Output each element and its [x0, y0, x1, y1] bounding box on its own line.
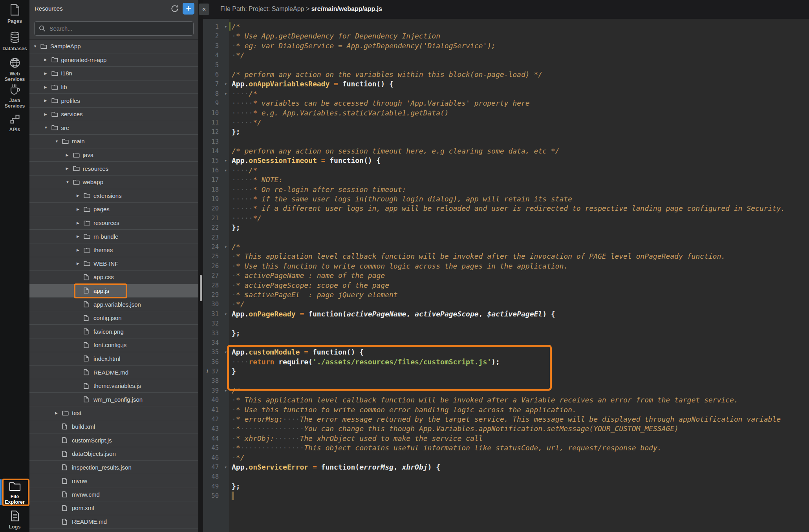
rail-item-file-explorer[interactable]: File Explorer [0, 482, 29, 505]
chevron-collapsed-icon[interactable]: ▶ [44, 112, 51, 116]
gutter-line: 39▾ [203, 386, 229, 395]
chevron-expanded-icon[interactable]: ▼ [33, 44, 40, 48]
fold-arrow-icon[interactable]: ▾ [225, 79, 227, 89]
line-number: 22 [203, 223, 229, 232]
tree-row-extensions[interactable]: ▶extensions [29, 189, 198, 203]
chevron-expanded-icon[interactable]: ▼ [55, 139, 62, 143]
chevron-collapsed-icon[interactable]: ▶ [44, 85, 51, 89]
tree-row-pom.xml[interactable]: pom.xml [29, 501, 198, 515]
tree-row-main[interactable]: ▼main [29, 135, 198, 148]
collapse-panel-icon[interactable]: « [199, 4, 209, 15]
code-line: ·* eg: var DialogService = App.getDepend… [229, 41, 809, 51]
tree-row-rn-bundle[interactable]: ▶rn-bundle [29, 230, 198, 243]
line-number: 30 [203, 300, 229, 309]
tree-row-generated-rn-app[interactable]: ▶generated-rn-app [29, 53, 198, 67]
fold-arrow-icon[interactable]: ▾ [225, 156, 227, 165]
line-number: 29 [203, 290, 229, 300]
rail-item-databases[interactable]: Databases [0, 31, 29, 51]
chevron-collapsed-icon[interactable]: ▶ [44, 99, 51, 102]
tree-row-webapp[interactable]: ▼webapp [29, 176, 198, 189]
chevron-collapsed-icon[interactable]: ▶ [77, 234, 84, 238]
chevron-collapsed-icon[interactable]: ▶ [66, 153, 73, 157]
tree-row-README.md[interactable]: README.md [29, 515, 198, 529]
tree-row-i18n[interactable]: ▶i18n [29, 67, 198, 80]
tree-row-mvnw.cmd[interactable]: mvnw.cmd [29, 488, 198, 502]
code-line: App.onPageReady = function(activePageNam… [229, 309, 809, 319]
tree-row-WEB-INF[interactable]: ▶WEB-INF [29, 257, 198, 271]
chevron-collapsed-icon[interactable]: ▶ [77, 248, 84, 252]
chevron-collapsed-icon[interactable]: ▶ [44, 58, 51, 62]
chevron-collapsed-icon[interactable]: ▶ [44, 71, 51, 75]
panel-scrollbar-thumb[interactable] [200, 275, 202, 301]
tree-row-test[interactable]: ▶test [29, 406, 198, 420]
refresh-icon[interactable] [170, 4, 180, 14]
line-number: 38 [203, 376, 229, 386]
rail-item-apis[interactable]: APIs [0, 114, 29, 132]
code-text-area[interactable]: /*·* Use App.getDependency for Dependenc… [229, 19, 809, 532]
tree-row-theme.variables.js[interactable]: theme.variables.js [29, 379, 198, 393]
tree-row-resources[interactable]: ▶resources [29, 162, 198, 176]
chevron-collapsed-icon[interactable]: ▶ [77, 221, 84, 225]
tree-row-java[interactable]: ▶java [29, 148, 198, 162]
add-resource-button[interactable]: + [183, 3, 194, 15]
tree-row-build.xml[interactable]: build.xml [29, 420, 198, 434]
file-icon [84, 301, 93, 307]
chevron-expanded-icon[interactable]: ▼ [44, 126, 51, 130]
tree-row-themes[interactable]: ▶themes [29, 243, 198, 257]
folder-icon [51, 57, 61, 62]
folder-icon [51, 112, 61, 117]
code-line: App.customModule = function() { [229, 347, 809, 357]
tree-row-wm_rn_config.json[interactable]: wm_rn_config.json [29, 393, 198, 406]
tree-row-inspection_results.json[interactable]: inspection_results.json [29, 461, 198, 474]
fold-arrow-icon[interactable]: ▾ [225, 242, 227, 252]
tree-row-app.variables.json[interactable]: app.variables.json [29, 298, 198, 311]
chevron-collapsed-icon[interactable]: ▶ [77, 194, 84, 197]
chevron-collapsed-icon[interactable]: ▶ [77, 261, 84, 265]
tree-item-label: main [72, 138, 85, 144]
tree-row-font.config.js[interactable]: font.config.js [29, 338, 198, 352]
fold-arrow-icon[interactable]: ▾ [225, 463, 227, 472]
tree-row-dataObjects.json[interactable]: dataObjects.json [29, 447, 198, 461]
tree-row-pages[interactable]: ▶pages [29, 203, 198, 216]
gutter-line: 17 [203, 175, 229, 185]
tree-row-src[interactable]: ▼src [29, 121, 198, 135]
tree-row-services[interactable]: ▶services [29, 108, 198, 121]
tree-row-SampleApp[interactable]: ▼SampleApp [29, 40, 198, 53]
fold-arrow-icon[interactable]: ▾ [225, 309, 227, 319]
chevron-collapsed-icon[interactable]: ▶ [55, 411, 62, 415]
rail-item-pages[interactable]: Pages [0, 4, 29, 24]
fold-arrow-icon[interactable]: ▾ [225, 89, 227, 99]
line-number: 40 [203, 395, 229, 405]
tree-row-customScript.js[interactable]: customScript.js [29, 433, 198, 447]
gutter-line: 25 [203, 252, 229, 261]
fold-arrow-icon[interactable]: ▾ [225, 386, 227, 395]
tree-row-README.md[interactable]: README.md [29, 366, 198, 379]
rail-item-web-services[interactable]: Web Services [0, 57, 29, 82]
chevron-collapsed-icon[interactable]: ▶ [77, 207, 84, 211]
tree-row-app.js[interactable]: app.js [29, 284, 198, 298]
rail-item-logs[interactable]: Logs [0, 510, 29, 530]
gutter-line: 43 [203, 424, 229, 433]
line-number: 28 [203, 281, 229, 290]
gutter-line: 38 [203, 376, 229, 386]
tree-row-lib[interactable]: ▶lib [29, 80, 198, 94]
fold-arrow-icon[interactable]: ▾ [225, 166, 227, 175]
tree-row-mvnw[interactable]: mvnw [29, 474, 198, 488]
folder-icon [73, 166, 83, 171]
tree-row-resources[interactable]: ▶resources [29, 216, 198, 230]
fold-arrow-icon[interactable]: ▾ [225, 22, 227, 31]
chevron-collapsed-icon[interactable]: ▶ [66, 166, 73, 170]
tree-row-favicon.png[interactable]: favicon.png [29, 325, 198, 338]
tree-row-config.json[interactable]: config.json [29, 311, 198, 325]
rail-item-java-services[interactable]: Java Services [0, 83, 29, 109]
chevron-expanded-icon[interactable]: ▼ [66, 180, 73, 184]
search-input[interactable] [49, 22, 190, 35]
tree-item-label: mvnw [72, 477, 87, 484]
tree-row-profiles[interactable]: ▶profiles [29, 94, 198, 108]
code-line: ·* Use this function to write common log… [229, 261, 809, 271]
tree-row-index.html[interactable]: index.html [29, 352, 198, 366]
active-item-indicator [0, 479, 2, 505]
fold-arrow-icon[interactable]: ▾ [225, 347, 227, 357]
databases-icon [0, 31, 29, 45]
tree-row-app.css[interactable]: app.css [29, 271, 198, 284]
